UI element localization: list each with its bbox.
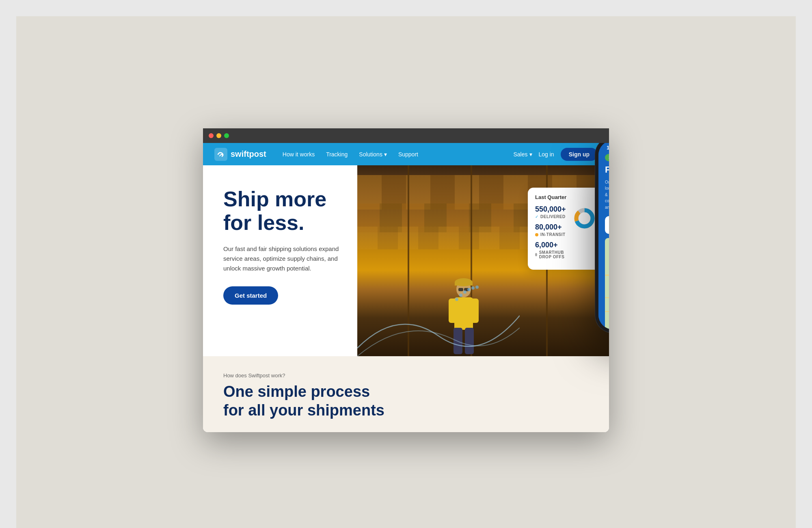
signup-button[interactable]: Sign up: [561, 148, 598, 161]
smarthub-description: Our Smarthub network provides parcel dro…: [605, 179, 609, 211]
dot-orange-icon: [535, 233, 538, 236]
stat-dropoff-label: SMARTHUB DROP OFFS: [539, 250, 569, 259]
bottom-heading-line2: for all your shipments: [223, 402, 384, 419]
stat-intransit-number: 80,000+: [535, 223, 569, 232]
maximize-dot[interactable]: [224, 133, 229, 138]
hero-heading-line2: for less.: [223, 211, 304, 234]
phone-search-bar[interactable]: City, Address, or Postal Code ◎ 🔍: [605, 216, 609, 234]
close-dot[interactable]: [209, 133, 214, 138]
brand-name: swiftpost: [231, 149, 266, 159]
nav-solutions[interactable]: Solutions ▾: [359, 151, 387, 158]
brand-logo[interactable]: swiftpost: [214, 148, 266, 161]
browser-titlebar: [203, 128, 609, 143]
smarthub-title-part1: Find a Smart: [605, 164, 609, 175]
chevron-down-icon-sales: ▾: [529, 151, 532, 158]
navbar-right: Sales ▾ Log in Sign up: [513, 148, 598, 161]
phone-status-bar: 10:28 ▲: [598, 143, 609, 153]
svg-rect-5: [465, 328, 474, 354]
stats-card: Last Quarter 550,000+ ✓ DELIVERED: [528, 188, 603, 270]
brand-icon: [214, 148, 227, 161]
locations-badge: 199 LOCATIONS: [605, 154, 609, 161]
stat-dropoff: 6,000+ SMARTHUB DROP OFFS: [535, 241, 569, 259]
phone-frame: 10:28 ▲: [595, 143, 609, 333]
nav-sales[interactable]: Sales ▾: [513, 151, 532, 158]
hero-text-column: Ship more for less. Our fast and fair sh…: [203, 165, 357, 356]
hero-content: Ship more for less. Our fast and fair sh…: [203, 165, 609, 356]
hero-heading-line1: Ship more: [223, 187, 326, 211]
map-road-h3: [605, 311, 609, 312]
chevron-down-icon: ▾: [384, 151, 387, 158]
svg-rect-9: [464, 288, 469, 291]
smarthub-title: Find a Smarthub: [605, 164, 609, 175]
bottom-section: How does Swiftpost work? One simple proc…: [203, 356, 609, 432]
minimize-dot[interactable]: [216, 133, 221, 138]
get-started-button[interactable]: Get started: [223, 286, 278, 305]
nav-how-it-works[interactable]: How it works: [283, 151, 315, 158]
stat-dropoff-number: 6,000+: [535, 241, 569, 249]
donut-chart: [573, 207, 596, 229]
svg-rect-7: [455, 282, 473, 286]
check-icon: ✓: [535, 214, 538, 219]
hero-subtext: Our fast and fair shipping solutions exp…: [223, 244, 345, 273]
map-road-h2: [605, 297, 609, 298]
hero-image-column: Last Quarter 550,000+ ✓ DELIVERED: [357, 165, 609, 356]
svg-rect-3: [471, 299, 479, 323]
bottom-heading: One simple process for all your shipment…: [223, 383, 589, 420]
page-background: swiftpost How it works Tracking Solution…: [16, 16, 796, 528]
phone-screen: 10:28 ▲: [598, 143, 609, 329]
nav-support[interactable]: Support: [398, 151, 418, 158]
stats-card-title: Last Quarter: [535, 194, 596, 200]
stat-intransit-label: IN-TRANSIT: [540, 232, 566, 237]
browser-window: swiftpost How it works Tracking Solution…: [203, 128, 609, 432]
stat-delivered-number: 550,000+: [535, 205, 569, 214]
hero-section: Ship more for less. Our fast and fair sh…: [203, 165, 609, 432]
navbar: swiftpost How it works Tracking Solution…: [203, 143, 609, 165]
phone-body: 199 LOCATIONS Find a Smarthub Our Smarth…: [598, 153, 609, 329]
login-button[interactable]: Log in: [539, 151, 554, 158]
browser-body: swiftpost How it works Tracking Solution…: [203, 143, 609, 432]
phone-time: 10:28: [607, 145, 609, 151]
map-road-h1: [605, 275, 609, 276]
navbar-links: How it works Tracking Solutions ▾ Suppor…: [283, 151, 514, 158]
stat-intransit: 80,000+ IN-TRANSIT: [535, 223, 569, 237]
stat-delivered-label: DELIVERED: [540, 214, 566, 219]
svg-rect-4: [454, 328, 462, 354]
bottom-eyebrow: How does Swiftpost work?: [223, 372, 589, 379]
svg-rect-2: [449, 299, 457, 323]
svg-rect-1: [454, 297, 473, 330]
svg-rect-8: [458, 288, 463, 291]
bottom-heading-line1: One simple process: [223, 383, 370, 400]
phone-map: Burlington Hamilton FREELTON Highview Su…: [605, 238, 609, 329]
dot-gray-icon: [535, 253, 537, 256]
nav-tracking[interactable]: Tracking: [326, 151, 348, 158]
phone-mockup: 10:28 ▲: [595, 143, 609, 333]
stat-delivered: 550,000+ ✓ DELIVERED: [535, 205, 569, 219]
hero-heading: Ship more for less.: [223, 188, 345, 234]
